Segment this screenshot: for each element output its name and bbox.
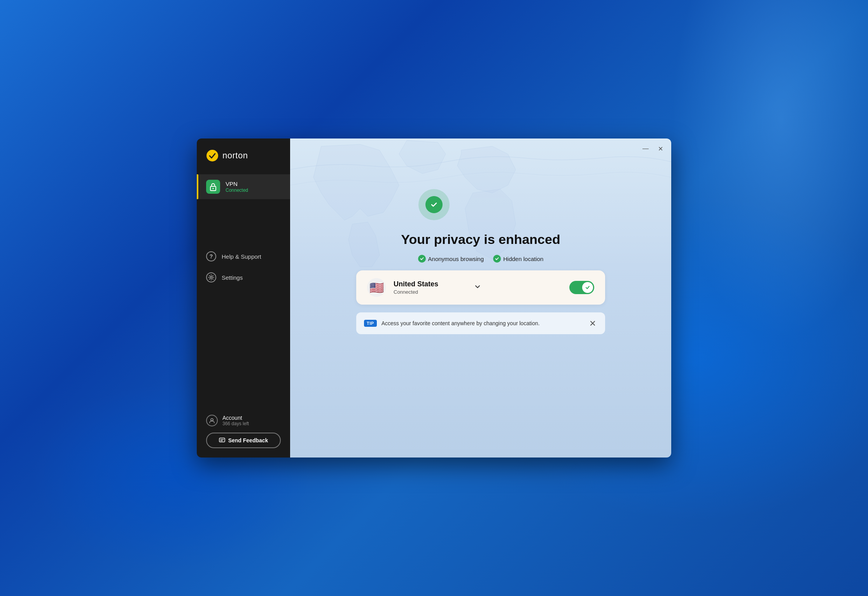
tip-close-button[interactable]	[588, 319, 597, 328]
window-controls: — ✕	[641, 144, 665, 153]
sidebar-item-help[interactable]: ? Help & Support	[197, 246, 290, 267]
close-button[interactable]: ✕	[656, 144, 665, 153]
account-sublabel: 366 days left	[222, 421, 249, 426]
country-dropdown-button[interactable]	[471, 281, 485, 294]
vpn-nav-text: VPN Connected	[226, 181, 248, 193]
account-label: Account	[222, 415, 249, 421]
sidebar: norton VPN Connected	[197, 138, 290, 458]
help-icon: ?	[206, 251, 216, 261]
country-flag: 🇺🇸	[367, 278, 386, 297]
norton-logo-icon	[206, 149, 219, 162]
svg-point-0	[206, 150, 218, 161]
anonymous-check-icon	[418, 255, 426, 263]
svg-point-3	[210, 277, 212, 279]
country-info: United States Connected	[394, 280, 463, 295]
anonymous-badge-text: Anonymous browsing	[428, 256, 484, 262]
vpn-connection-card[interactable]: 🇺🇸 United States Connected	[356, 270, 605, 305]
norton-logo-text: norton	[222, 151, 248, 161]
account-item[interactable]: Account 366 days left	[206, 415, 281, 426]
main-content: — ✕	[290, 138, 671, 458]
account-icon	[206, 415, 218, 426]
tip-text: Access your favorite content anywhere by…	[382, 320, 583, 326]
vpn-icon	[206, 180, 220, 194]
settings-icon	[206, 272, 216, 282]
sidebar-nav: VPN Connected ? Help & Support	[197, 171, 290, 408]
sidebar-bottom: Account 366 days left Send Feedback	[197, 408, 290, 458]
minimize-button[interactable]: —	[641, 144, 650, 153]
content-area: Your privacy is enhanced Anonymous brows…	[290, 138, 671, 350]
anonymous-browsing-badge: Anonymous browsing	[418, 255, 484, 263]
help-label: Help & Support	[222, 253, 261, 260]
send-feedback-button[interactable]: Send Feedback	[206, 433, 281, 448]
tip-bar: TIP Access your favorite content anywher…	[356, 312, 605, 334]
hidden-check-icon	[493, 255, 501, 263]
toggle-knob	[582, 282, 593, 293]
svg-rect-5	[219, 438, 225, 442]
app-window: norton VPN Connected	[197, 138, 671, 458]
sidebar-item-settings[interactable]: Settings	[197, 267, 290, 288]
tip-badge: TIP	[364, 320, 377, 327]
vpn-nav-sublabel: Connected	[226, 188, 248, 193]
privacy-title: Your privacy is enhanced	[401, 232, 560, 247]
country-name: United States	[394, 280, 463, 288]
svg-point-4	[211, 419, 213, 421]
feedback-btn-label: Send Feedback	[228, 437, 268, 443]
hidden-badge-text: Hidden location	[503, 256, 543, 262]
privacy-badges: Anonymous browsing Hidden location	[418, 255, 544, 263]
account-text: Account 366 days left	[222, 415, 249, 426]
logo-area: norton	[197, 138, 290, 171]
sidebar-item-vpn[interactable]: VPN Connected	[197, 174, 290, 199]
connection-status: Connected	[394, 289, 463, 295]
vpn-toggle[interactable]	[569, 281, 594, 294]
settings-label: Settings	[222, 274, 243, 281]
svg-point-2	[213, 188, 214, 189]
hidden-location-badge: Hidden location	[493, 255, 543, 263]
vpn-nav-label: VPN	[226, 181, 248, 187]
